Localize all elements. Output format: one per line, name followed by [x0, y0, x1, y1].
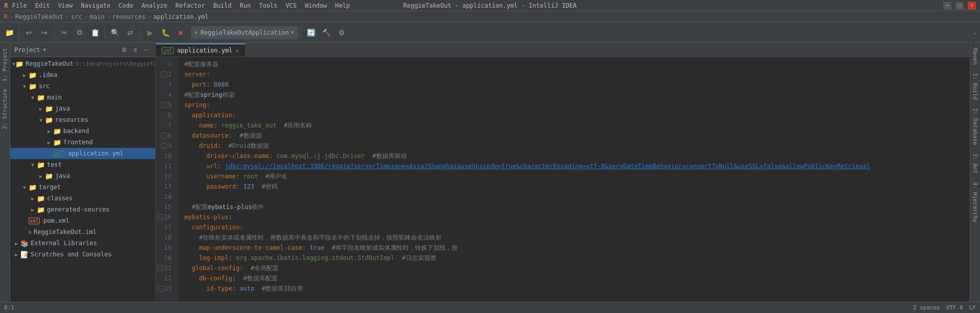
redo-button[interactable]: ↪ — [37, 25, 52, 40]
menu-item-analyze[interactable]: Analyze — [140, 2, 168, 9]
menu-item-tools[interactable]: Tools — [258, 2, 278, 9]
run-config-selector[interactable]: ▶ ReggieTakeOutApplication ▼ — [191, 26, 298, 39]
menu-item-window[interactable]: Window — [304, 2, 328, 9]
tree-item-ext-libs[interactable]: ▶ 📚 External Libraries — [10, 238, 155, 249]
tree-item-resources[interactable]: ▼ 📁 resources — [10, 114, 155, 125]
database-tab[interactable]: 2: Database — [971, 105, 979, 148]
tree-item-idea[interactable]: ▶ 📁 .idea — [10, 69, 155, 81]
status-line-sep[interactable]: LF — [969, 304, 976, 311]
test-folder-icon: 📁 — [37, 161, 45, 169]
tree-arrow-frontend: ▶ — [45, 140, 53, 145]
close-button[interactable]: × — [968, 2, 976, 10]
breadcrumb-part-1[interactable]: ReggieTakeOut — [15, 13, 63, 20]
ant-tab[interactable]: 3: Ant — [971, 150, 979, 177]
project-icon-btn[interactable]: 📁 — [2, 25, 16, 40]
menu-item-vcs[interactable]: VCS — [285, 2, 298, 9]
tree-arrow-src: ▼ — [20, 84, 29, 89]
menu-item-edit[interactable]: Edit — [34, 2, 51, 9]
tree-item-classes[interactable]: ▶ 📁 classes — [10, 193, 155, 204]
project-more-btn[interactable]: ⋯ — [142, 45, 151, 55]
status-indent[interactable]: 2 spaces — [913, 304, 940, 311]
breadcrumb-part-5[interactable]: application.yml — [153, 13, 208, 20]
menu-item-view[interactable]: View — [57, 2, 74, 9]
tree-item-target[interactable]: ▼ 📁 target — [10, 181, 155, 193]
tree-item-backend[interactable]: ▶ 📁 backend — [10, 125, 155, 137]
menu-item-navigate[interactable]: Navigate — [80, 2, 112, 9]
target-folder-icon: 📁 — [29, 184, 37, 191]
tree-item-java[interactable]: ▶ 📁 java — [10, 103, 155, 114]
tree-arrow-scratches: ▶ — [12, 252, 20, 257]
tree-item-src[interactable]: ▼ 📁 src — [10, 81, 155, 92]
menu-item-code[interactable]: Code — [117, 2, 134, 9]
maven-tab[interactable]: Maven — [971, 45, 979, 68]
java-folder-icon: 📁 — [45, 105, 53, 113]
project-dropdown-icon[interactable]: ▼ — [43, 47, 46, 53]
tree-item-frontend[interactable]: ▶ 📁 frontend — [10, 137, 155, 148]
run-button[interactable]: ▶ — [143, 25, 157, 40]
search-button[interactable]: 🔍 — [108, 25, 122, 40]
breadcrumb-part-3[interactable]: main — [90, 13, 105, 20]
debug-button[interactable]: 🐛 — [158, 25, 173, 40]
menu-item-file[interactable]: File — [11, 2, 28, 9]
status-right: 2 spaces UTF-8 LF — [913, 304, 976, 311]
undo-button[interactable]: ↩ — [22, 25, 36, 40]
tree-item-pom[interactable]: xml pom.xml — [10, 215, 155, 226]
tree-label-main: main — [47, 94, 62, 101]
sync-button[interactable]: 🔄 — [304, 25, 318, 40]
project-tab[interactable]: 1: Project — [1, 45, 9, 85]
status-encoding[interactable]: UTF-8 — [946, 304, 963, 311]
breadcrumb-part-4[interactable]: resources — [112, 13, 145, 20]
tab-yml-icon: yml — [162, 47, 174, 54]
replace-button[interactable]: ⇄ — [123, 25, 137, 40]
project-settings-btn[interactable]: ⚙ — [119, 45, 129, 55]
code-content[interactable]: #配置服务器 server: port: 8080 #配置spring框架 sp… — [178, 57, 970, 313]
minimize-button[interactable]: ─ — [943, 2, 951, 10]
menu-item-help[interactable]: Help — [334, 2, 351, 9]
resources-folder-icon: 📁 — [45, 116, 53, 124]
scratches-icon: 📝 — [20, 251, 29, 258]
tree-item-scratches[interactable]: ▶ 📝 Scratches and Consoles — [10, 249, 155, 260]
ln-8: -8 — [156, 131, 174, 141]
stop-button[interactable]: ■ — [174, 25, 188, 40]
tree-path-root: D:\IdeaProjects\ReggieTakeOut — [76, 61, 155, 67]
tree-item-generated[interactable]: ▶ 📁 generated-sources — [10, 204, 155, 215]
line-numbers: 1 -2 3 4 -5 6 7 -8 -9 10 11 12 13 14 15 … — [156, 57, 178, 313]
tree-item-application-yml[interactable]: yml application.yml — [10, 148, 155, 159]
build-tab[interactable]: 1: Build — [971, 70, 979, 103]
tree-item-iml[interactable]: ⚙ ReggieTakeOut.iml — [10, 226, 155, 238]
ln-22: 22 — [156, 273, 174, 283]
project-layout-btn[interactable]: ≡ — [131, 45, 140, 55]
build-button[interactable]: 🔨 — [319, 25, 333, 40]
cut-button[interactable]: ✂ — [57, 25, 71, 40]
extlibs-icon: 📚 — [20, 240, 29, 247]
structure-tab[interactable]: 2: Structure — [1, 86, 9, 132]
ln-14: 14 — [156, 192, 174, 202]
paste-button[interactable]: 📋 — [88, 25, 102, 40]
project-folder-icon: 📁 — [15, 60, 23, 68]
tree-arrow-test: ▼ — [29, 162, 37, 168]
menu-bar: FileEditViewNavigateCodeAnalyzeRefactorB… — [11, 2, 351, 9]
menu-item-refactor[interactable]: Refactor — [175, 2, 206, 9]
project-tree: ▼ 📁 ReggieTakeOut D:\IdeaProjects\Reggie… — [10, 57, 155, 313]
tree-label-idea: .idea — [39, 71, 57, 79]
editor-tab-yml[interactable]: yml application.yml × — [156, 43, 246, 57]
tree-item-root[interactable]: ▼ 📁 ReggieTakeOut D:\IdeaProjects\Reggie… — [10, 58, 155, 69]
copy-button[interactable]: ⧉ — [72, 25, 87, 40]
right-side-tabs: Maven 1: Build 2: Database 3: Ant 4: Hie… — [970, 43, 980, 313]
tree-arrow-backend: ▶ — [45, 128, 53, 134]
settings-button[interactable]: ⚙ — [334, 25, 349, 40]
tab-close-btn[interactable]: × — [235, 47, 239, 54]
menu-item-run[interactable]: Run — [239, 2, 252, 9]
tree-label-test: test — [47, 161, 62, 168]
editor-area: yml application.yml × 1 -2 3 4 -5 6 7 -8… — [156, 43, 970, 313]
code-line-17: configuration: — [184, 222, 970, 232]
hierarchy-tab[interactable]: 4: Hierarchy — [971, 179, 979, 225]
maximize-button[interactable]: □ — [955, 2, 964, 10]
tree-item-main[interactable]: ▼ 📁 main — [10, 92, 155, 103]
breadcrumb-part-2[interactable]: src — [71, 13, 82, 20]
tree-item-test[interactable]: ▼ 📁 test — [10, 159, 155, 170]
menu-item-build[interactable]: Build — [212, 2, 233, 9]
project-header-left: Project ▼ — [14, 46, 46, 54]
app-logo: R — [4, 2, 8, 9]
tree-item-test-java[interactable]: ▶ 📁 java — [10, 170, 155, 181]
